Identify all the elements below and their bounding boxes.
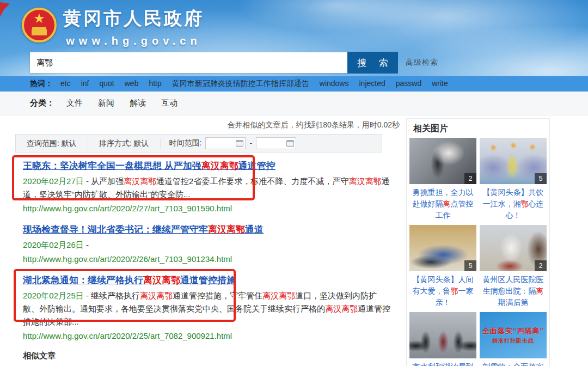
- text-segment: 王晓东：坚决树牢全国一盘棋思想 从严加强: [23, 161, 201, 171]
- hotword-link[interactable]: etc: [60, 79, 71, 88]
- filter-sort[interactable]: 排序方式: 默认: [88, 138, 161, 149]
- text-segment: 通道管控措施: [180, 275, 236, 285]
- result-title-link[interactable]: 王晓东：坚决树牢全国一盘棋思想 从严加强离汉离鄂通道管控: [23, 159, 382, 173]
- search-result: 现场检查督导！湖北省委书记：继续严管守牢离汉离鄂通道2020年02月26日 -h…: [23, 223, 401, 265]
- calendar-icon[interactable]: [286, 140, 294, 147]
- highlighted-keyword: 鄂: [521, 199, 529, 208]
- related-image-item: 2黄州区人民医院医生病愈出院：隔离期满后第: [480, 225, 547, 312]
- result-url: http://www.hg.gov.cn/art/2020/2/26/art_7…: [23, 253, 401, 265]
- related-image-caption[interactable]: 黄州区人民医院医生病愈出院：隔离期满后第: [480, 274, 547, 308]
- result-date: 2020年02月26日: [23, 240, 84, 249]
- search-button[interactable]: 搜 索: [347, 52, 398, 74]
- highlighted-keyword: 离汉离鄂: [262, 291, 295, 300]
- related-image-thumb[interactable]: 全面落实“四隔离”精准打好阻击战: [480, 312, 547, 358]
- hotword-link[interactable]: web: [125, 79, 139, 88]
- related-image-caption[interactable]: 勇挑重担，全力以赴做好隔离点管控工作: [409, 187, 476, 221]
- hotword-link[interactable]: inf: [81, 79, 89, 88]
- brand-text: 黄冈市人民政府 www.hg.gov.cn: [63, 4, 204, 47]
- highlighted-keyword: 离汉离鄂: [201, 161, 238, 171]
- similar-articles-label: 相似文章: [23, 351, 401, 361]
- text-segment: 市水利和湖泊局到集中隔: [413, 362, 474, 366]
- range-separator: -: [249, 139, 252, 148]
- text-segment: 通道管控2省委工作要求，标准不降、力度不减，严守: [156, 176, 348, 186]
- text-segment: 黄州区人民医院医生病愈出院：隔: [483, 275, 544, 295]
- related-image-item: 市水利和湖泊局到集中隔离点检查疫情防控工: [409, 312, 476, 366]
- category-links: 文件新闻解读互动: [66, 98, 193, 108]
- advanced-search-link[interactable]: 高级检索: [406, 58, 438, 68]
- result-date: 2020年02月27日: [23, 176, 84, 186]
- filter-scope[interactable]: 查询范围: 默认: [16, 138, 88, 149]
- result-date: 2020年02月25日: [23, 291, 84, 300]
- result-title-link[interactable]: 现场检查督导！湖北省委书记：继续严管守牢离汉离鄂通道: [23, 223, 382, 236]
- related-image-thumb[interactable]: 2: [480, 225, 547, 271]
- text-segment: - 从严加强: [84, 176, 124, 186]
- hotword-links: etcinfquotwebhttp黄冈市新冠肺炎疫情防控工作指挥部通告windo…: [60, 79, 458, 89]
- hotwords-label: 热词：: [30, 79, 53, 89]
- time-range-label: 时间范围:: [169, 138, 202, 148]
- date-from-input[interactable]: [205, 137, 246, 149]
- calendar-icon[interactable]: [236, 140, 243, 147]
- search-result: 王晓东：坚决树牢全国一盘棋思想 从严加强离汉离鄂通道管控2020年02月27日 …: [23, 159, 401, 215]
- category-link[interactable]: 解读: [130, 98, 146, 107]
- header-banner: 黄冈市人民政府 www.hg.gov.cn 搜 索 高级检索 热词： etcin…: [0, 0, 588, 91]
- hotword-link[interactable]: windows: [320, 79, 349, 88]
- thumb-banner-text: 全面落实“四隔离”: [482, 326, 544, 336]
- text-segment: - 继续严格执行: [84, 291, 140, 300]
- highlighted-keyword: 离汉离鄂: [140, 291, 173, 300]
- related-image-thumb[interactable]: 5: [480, 138, 547, 184]
- related-image-thumb[interactable]: [409, 312, 476, 358]
- hotwords-bar: 热词： etcinfquotwebhttp黄冈市新冠肺炎疫情防控工作指挥部通告w…: [0, 76, 588, 91]
- image-count-badge: 2: [464, 173, 476, 184]
- text-segment: -: [84, 240, 89, 249]
- hotword-link[interactable]: write: [432, 79, 448, 88]
- hotword-link[interactable]: passwd: [396, 79, 421, 88]
- text-segment: 现场检查督导！湖北省委书记：继续严管守牢: [23, 224, 208, 235]
- search-input[interactable]: [30, 52, 347, 73]
- text-segment: 期满后第: [498, 298, 529, 307]
- highlighted-keyword: 离汉离鄂: [124, 176, 156, 186]
- related-image-thumb[interactable]: 5: [409, 225, 476, 271]
- site-brand: 黄冈市人民政府 www.hg.gov.cn: [22, 4, 204, 47]
- related-image-caption[interactable]: 市水利和湖泊局到集中隔离点检查疫情防控工: [409, 361, 476, 366]
- results-summary: 合并相似的文章后，约找到180条结果，用时0.02秒: [15, 118, 401, 131]
- hotword-link[interactable]: quot: [99, 79, 114, 88]
- hotword-link[interactable]: injected: [359, 79, 385, 88]
- site-url: www.hg.gov.cn: [63, 35, 204, 47]
- related-images-title: 相关图片: [407, 119, 549, 138]
- highlighted-keyword: 离汉离鄂: [143, 275, 180, 285]
- result-title-link[interactable]: 湖北紧急通知：继续严格执行离汉离鄂通道管控措施: [23, 273, 382, 287]
- result-snippet: 2020年02月26日 -: [23, 239, 390, 252]
- text-segment: 通道: [245, 224, 264, 235]
- text-segment: 刘雪荣：全面落实“四隔: [480, 362, 544, 366]
- related-image-item: 2勇挑重担，全力以赴做好隔离点管控工作: [409, 138, 476, 225]
- corner-decoration: [0, 2, 10, 19]
- highlighted-keyword: 离: [536, 286, 544, 295]
- related-image-caption[interactable]: 【黄冈头条】人间有大爱，鲁鄂一家亲！: [409, 274, 476, 308]
- highlighted-keyword: 离汉离鄂: [348, 176, 381, 186]
- hotword-link[interactable]: 黄冈市新冠肺炎疫情防控工作指挥部通告: [172, 79, 309, 88]
- search-result: 湖北紧急通知：继续严格执行离汉离鄂通道管控措施2020年02月25日 - 继续严…: [23, 273, 401, 342]
- site-title: 黄冈市人民政府: [63, 7, 204, 31]
- related-image-thumb[interactable]: 2: [409, 138, 476, 184]
- search-results-page: 黄冈市人民政府 www.hg.gov.cn 搜 索 高级检索 热词： etcin…: [0, 0, 588, 366]
- highlighted-keyword: 离汉离鄂: [208, 224, 245, 235]
- related-image-caption[interactable]: 刘雪荣：全面落实“四隔离”，精准打好阻: [480, 361, 547, 366]
- related-image-caption[interactable]: 【黄冈头条】共饮一江水，湘鄂心连心！: [480, 187, 547, 221]
- thumb-banner-subtext: 精准打好阻击战: [492, 337, 534, 345]
- hotword-link[interactable]: http: [149, 79, 161, 88]
- category-link[interactable]: 互动: [161, 98, 177, 107]
- related-image-item: 5【黄冈头条】共饮一江水，湘鄂心连心！: [480, 138, 547, 225]
- result-snippet: 2020年02月27日 - 从严加强离汉离鄂通道管控2省委工作要求，标准不降、力…: [23, 175, 390, 201]
- date-to-input[interactable]: [256, 137, 296, 149]
- related-image-item: 全面落实“四隔离”精准打好阻击战刘雪荣：全面落实“四隔离”，精准打好阻: [480, 312, 547, 366]
- category-bar: 分类： 文件新闻解读互动: [0, 91, 588, 115]
- highlighted-keyword: 离: [443, 199, 451, 208]
- category-link[interactable]: 新闻: [98, 98, 114, 107]
- national-emblem-icon: [22, 8, 57, 42]
- category-label: 分类：: [30, 98, 54, 108]
- category-link[interactable]: 文件: [66, 98, 83, 107]
- search-bar: 搜 索 高级检索: [30, 52, 438, 74]
- results-column: 合并相似的文章后，约找到180条结果，用时0.02秒 查询范围: 默认 排序方式…: [15, 115, 401, 366]
- result-url: http://www.hg.gov.cn/art/2020/2/27/art_7…: [23, 203, 401, 215]
- text-segment: 湖北紧急通知：继续严格执行: [23, 275, 143, 285]
